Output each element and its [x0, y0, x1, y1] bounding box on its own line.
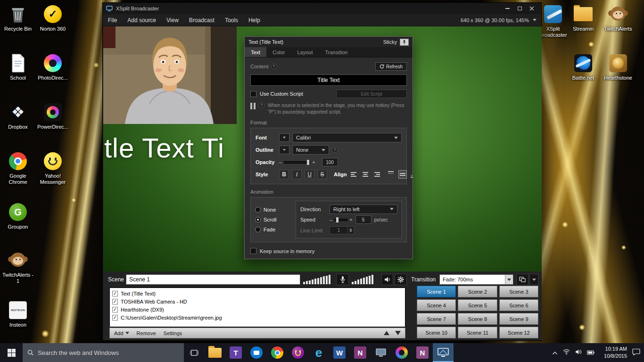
stage-preview[interactable]: itle Text Ti Text (Title Text) Sticky Te… [103, 26, 542, 272]
taskbar-search[interactable] [23, 343, 184, 362]
taskbar-app-yahoo-messenger[interactable] [288, 343, 308, 362]
scene-button-9[interactable]: Scene 9 [499, 313, 538, 325]
source-checkbox[interactable] [112, 291, 118, 296]
desktop-icon-hearthstone[interactable]: Hearthstone [602, 53, 635, 81]
scene-button-6[interactable]: Scene 6 [499, 299, 538, 311]
dialog-titlebar[interactable]: Text (Title Text) Sticky [245, 37, 413, 47]
close-button[interactable] [526, 4, 538, 13]
taskbar-app-onenote[interactable]: N [350, 343, 371, 362]
taskbar-app-onenote-clipper[interactable]: N [412, 343, 433, 362]
speed-track[interactable] [334, 219, 347, 221]
scene-button-10[interactable]: Scene 10 [417, 327, 456, 338]
font-style-dropdown[interactable] [279, 133, 289, 142]
desktop-icon-battlenet[interactable]: Battle.net [567, 53, 600, 81]
desktop-icon-insteon[interactable]: INSTEON Insteon [1, 300, 34, 328]
resolution-selector[interactable]: 640 x 360 @ 30.00 fps, 145% [461, 17, 541, 23]
desktop-icon-yahoo-messenger[interactable]: Yahoo! Messenger [36, 151, 69, 185]
valign-top-button[interactable] [387, 170, 396, 179]
animation-scroll-radio[interactable]: Scroll [255, 217, 291, 222]
opacity-value[interactable]: 100 [322, 158, 338, 166]
scene-name-input[interactable] [126, 274, 300, 285]
menu-broadcast[interactable]: Broadcast [184, 14, 220, 26]
source-item[interactable]: C:\Users\Galen\Desktop\Streamin\green.jp… [112, 313, 403, 321]
settings-gear-button[interactable] [395, 274, 407, 285]
keep-source-checkbox[interactable] [250, 248, 256, 254]
start-button[interactable] [0, 343, 23, 362]
animation-fade-radio[interactable]: Fade [255, 227, 291, 232]
source-checkbox[interactable] [112, 299, 118, 304]
scene-button-11[interactable]: Scene 11 [458, 327, 497, 338]
taskbar-clock[interactable]: 10:19 AM 10/8/2015 [600, 346, 627, 360]
taskbar-app-file-explorer[interactable] [205, 343, 225, 362]
menu-view[interactable]: View [161, 14, 184, 26]
scene-button-2[interactable]: Scene 2 [458, 286, 497, 297]
italic-button[interactable]: I [292, 170, 302, 179]
source-item[interactable]: Text (Title Text) [112, 289, 403, 297]
desktop-icon-groupon[interactable]: G Groupon [1, 202, 34, 230]
pin-button[interactable] [400, 39, 409, 46]
underline-button[interactable]: U [305, 170, 314, 179]
remove-source-button[interactable]: Remove [137, 330, 156, 336]
search-input[interactable] [38, 349, 179, 356]
tab-color[interactable]: Color [266, 47, 291, 57]
outline-select[interactable]: None [292, 145, 329, 155]
valign-bottom-button[interactable] [410, 170, 413, 179]
tab-text[interactable]: Text [245, 47, 266, 57]
tab-transition[interactable]: Transition [319, 47, 354, 57]
minus-icon[interactable]: – [330, 217, 332, 222]
desktop-icon-photodirector[interactable]: PhotoDirec... [36, 53, 69, 81]
menu-add-source[interactable]: Add source [122, 14, 161, 26]
source-item[interactable]: TOSHIBA Web Camera - HD [112, 297, 403, 305]
align-left-button[interactable] [350, 170, 358, 179]
menu-help[interactable]: Help [243, 14, 265, 26]
scene-button-3[interactable]: Scene 3 [499, 286, 538, 297]
direction-select[interactable]: Right to left [330, 205, 397, 214]
title-text-input[interactable]: Title Text [250, 74, 407, 86]
plus-icon[interactable]: + [349, 217, 352, 222]
scene-button-4[interactable]: Scene 4 [417, 299, 456, 311]
desktop-icon-streamin[interactable]: Streamin [567, 4, 600, 32]
window-titlebar[interactable]: XSplit Broadcaster [103, 3, 541, 14]
taskbar-app-twitch[interactable]: T [225, 343, 246, 362]
microphone-button[interactable] [336, 274, 349, 285]
source-item[interactable]: Hearthstone (DX9) [112, 305, 403, 313]
speed-knob[interactable] [336, 217, 339, 223]
taskbar-app-edge[interactable]: e [308, 343, 329, 362]
tray-expand-button[interactable] [552, 348, 558, 357]
desktop-icon-chrome[interactable]: Google Chrome [1, 151, 34, 185]
menu-tools[interactable]: Tools [220, 14, 243, 26]
transition-preview-button[interactable] [516, 274, 528, 285]
desktop-icon-norton[interactable]: ✓ Norton 360 [36, 4, 69, 32]
scene-button-8[interactable]: Scene 8 [458, 313, 497, 325]
battery-tray-icon[interactable] [587, 348, 594, 357]
scene-button-7[interactable]: Scene 7 [417, 313, 456, 325]
plus-icon[interactable]: + [312, 159, 315, 165]
opacity-knob[interactable] [306, 159, 310, 165]
desktop-icon-dropbox[interactable]: ❖ Dropbox [1, 102, 34, 130]
taskbar-app-word[interactable]: W [329, 343, 350, 362]
use-custom-script-checkbox[interactable] [250, 91, 256, 97]
scene-button-5[interactable]: Scene 5 [458, 299, 497, 311]
outline-color-dropdown[interactable] [279, 146, 289, 154]
scene-button-12[interactable]: Scene 12 [499, 327, 538, 338]
minus-icon[interactable]: – [279, 159, 282, 165]
action-center-button[interactable] [632, 348, 640, 357]
maximize-button[interactable] [513, 4, 526, 13]
speed-slider[interactable]: – + [330, 217, 353, 222]
task-view-button[interactable] [184, 343, 205, 362]
strikethrough-button[interactable]: S [317, 170, 327, 179]
animation-none-radio[interactable]: None [255, 207, 291, 213]
add-source-button[interactable]: Add [114, 330, 129, 336]
desktop-icon-twitchalerts[interactable]: TwitchAlerts [602, 4, 635, 32]
speaker-button[interactable] [381, 274, 393, 285]
taskbar-app-messaging[interactable] [246, 343, 267, 362]
valign-middle-button[interactable] [398, 170, 407, 179]
taskbar-app-chrome[interactable] [267, 343, 288, 362]
content-help-icon[interactable] [271, 64, 277, 69]
webcam-source[interactable] [103, 26, 237, 124]
refresh-button[interactable]: Refresh [375, 62, 407, 71]
desktop-icon-school[interactable]: School [1, 53, 34, 81]
volume-tray-icon[interactable] [575, 348, 582, 357]
taskbar-app-remote-desktop[interactable] [371, 343, 391, 362]
minimize-button[interactable] [501, 4, 513, 13]
